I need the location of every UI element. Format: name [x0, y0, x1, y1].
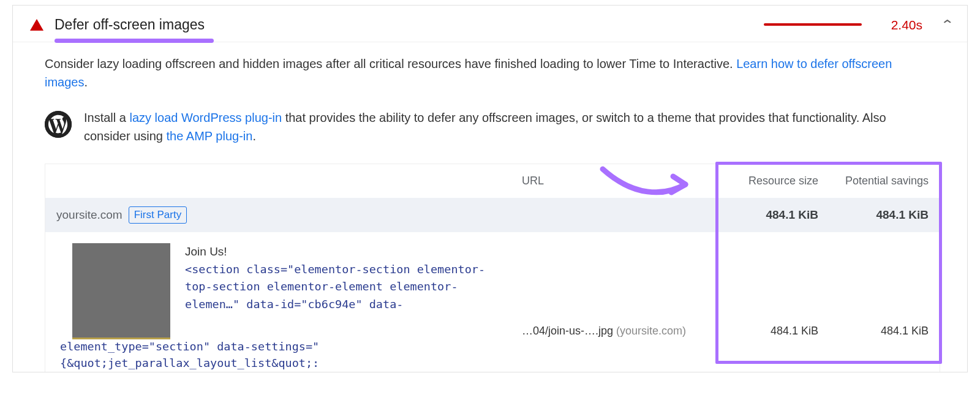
- host-name: yoursite.com: [56, 206, 123, 224]
- stack-pack-wordpress: Install a lazy load WordPress plug-in th…: [45, 108, 940, 145]
- desc-post: .: [84, 75, 88, 89]
- item-url[interactable]: …04/join-us-….jpg (yoursite.com): [497, 243, 708, 339]
- item-label: Join Us!: [185, 243, 497, 261]
- desc-text: Consider lazy loading offscreen and hidd…: [45, 57, 736, 70]
- wordpress-icon: [45, 111, 72, 138]
- savings-bar: [764, 23, 862, 26]
- annotation-underline: [55, 39, 214, 43]
- opportunity-table: URL Resource size Potential savings your…: [45, 164, 940, 372]
- wp-post: .: [252, 129, 256, 143]
- item-url-short: …04/join-us-….jpg: [522, 325, 613, 337]
- image-thumbnail[interactable]: [72, 243, 170, 338]
- col-potential-savings: Potential savings: [818, 173, 929, 189]
- table-row: Join Us! <section class="elementor-secti…: [45, 232, 940, 339]
- audit-timing: 2.40s: [891, 15, 922, 35]
- col-resource-size: Resource size: [708, 173, 818, 189]
- amp-plugin-link[interactable]: the AMP plug-in: [167, 129, 253, 143]
- item-node-snippet-overflow2: {&quot;jet_parallax_layout_list&quot;:: [60, 355, 940, 372]
- col-url: URL: [497, 173, 708, 189]
- audit-description: Consider lazy loading offscreen and hidd…: [45, 55, 927, 91]
- chevron-up-icon[interactable]: ⌃: [940, 15, 955, 34]
- audit-body: Consider lazy loading offscreen and hidd…: [13, 42, 967, 372]
- table-group-row[interactable]: yoursite.com First Party 484.1 KiB 484.1…: [45, 198, 940, 233]
- item-node-snippet-overflow1: element_type="section" data-settings=": [60, 338, 940, 356]
- item-node-snippet: <section class="elementor-section elemen…: [185, 261, 497, 314]
- audit-header[interactable]: Defer off-screen images 2.40s ⌃: [13, 6, 967, 42]
- stack-pack-text: Install a lazy load WordPress plug-in th…: [84, 108, 929, 145]
- audit-title: Defer off-screen images: [55, 14, 205, 36]
- wp-pre: Install a: [84, 111, 129, 124]
- fail-triangle-icon: [30, 19, 43, 31]
- audit-card: Defer off-screen images 2.40s ⌃ Consider…: [12, 5, 968, 372]
- audit-title-text: Defer off-screen images: [55, 17, 205, 32]
- group-size: 484.1 KiB: [708, 206, 818, 224]
- first-party-badge: First Party: [129, 206, 187, 224]
- item-savings: 484.1 KiB: [818, 243, 929, 339]
- lazy-load-plugin-link[interactable]: lazy load WordPress plug-in: [129, 111, 282, 124]
- group-host: yoursite.com First Party: [56, 206, 497, 224]
- item-size: 484.1 KiB: [708, 243, 818, 339]
- table-header: URL Resource size Potential savings: [45, 164, 940, 198]
- group-savings: 484.1 KiB: [818, 206, 929, 224]
- item-url-domain: (yoursite.com): [616, 325, 686, 337]
